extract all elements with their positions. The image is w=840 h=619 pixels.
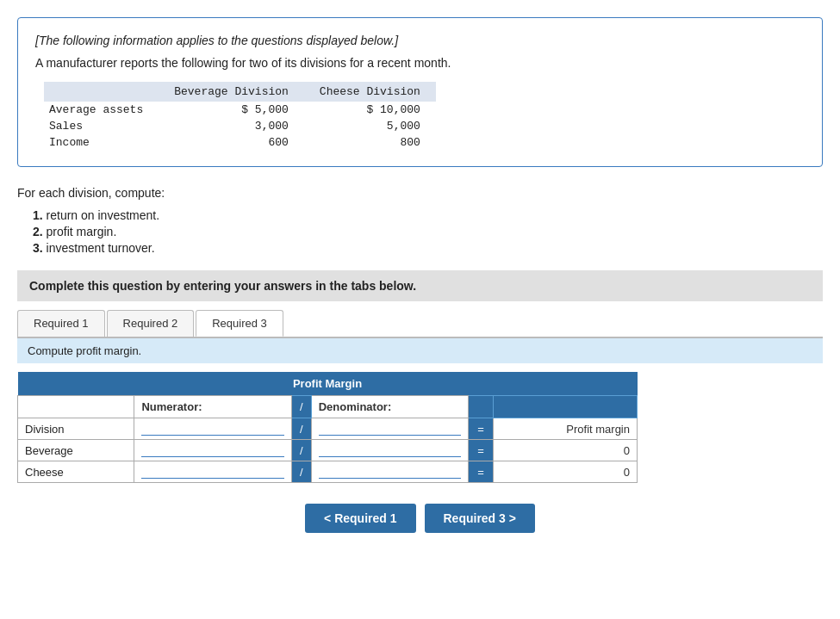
pm-label: Division bbox=[18, 418, 134, 440]
pm-denominator-cell[interactable] bbox=[311, 461, 468, 483]
row-cheese: 800 bbox=[304, 134, 436, 151]
numbered-list: 1. return on investment.2. profit margin… bbox=[33, 208, 823, 255]
pm-eq: = bbox=[469, 418, 494, 440]
pm-col-result-header bbox=[494, 396, 638, 418]
data-table: Beverage Division Cheese Division Averag… bbox=[44, 82, 436, 151]
table-row: Sales 3,000 5,000 bbox=[44, 118, 436, 134]
pm-col-slash: / bbox=[291, 396, 311, 418]
intro-text: [The following information applies to th… bbox=[35, 34, 805, 47]
col-header-cheese: Cheese Division bbox=[304, 82, 436, 102]
list-item: 1. return on investment. bbox=[33, 208, 823, 222]
section-header: Compute profit margin. bbox=[17, 337, 823, 363]
col-header-beverage: Beverage Division bbox=[159, 82, 304, 102]
buttons-row: < Required 1 Required 3 > bbox=[17, 504, 823, 533]
pm-numerator-input[interactable] bbox=[141, 465, 283, 479]
pm-row: Division / = Profit margin bbox=[18, 418, 638, 440]
row-label: Average assets bbox=[44, 102, 159, 118]
info-box: [The following information applies to th… bbox=[17, 17, 823, 167]
pm-denominator-cell[interactable] bbox=[311, 440, 468, 461]
pm-numerator-cell[interactable] bbox=[134, 461, 291, 483]
tab-required-1[interactable]: Required 1 bbox=[17, 310, 105, 337]
list-item: 3. investment turnover. bbox=[33, 241, 823, 255]
pm-slash: / bbox=[291, 418, 311, 440]
row-cheese: 5,000 bbox=[304, 118, 436, 134]
pm-numerator-cell[interactable] bbox=[134, 418, 291, 440]
tabs-container: Required 1Required 2Required 3 bbox=[17, 310, 823, 337]
pm-denominator-input[interactable] bbox=[319, 465, 461, 479]
pm-label: Beverage bbox=[18, 440, 134, 461]
pm-numerator-cell[interactable] bbox=[134, 440, 291, 461]
pm-result: Profit margin bbox=[494, 418, 638, 440]
col-header-empty bbox=[44, 82, 159, 102]
pm-col-label bbox=[18, 396, 134, 418]
pm-table-title: Profit Margin bbox=[18, 372, 638, 396]
pm-eq: = bbox=[469, 461, 494, 483]
pm-denominator-input[interactable] bbox=[319, 443, 461, 457]
pm-row: Beverage / = 0 bbox=[18, 440, 638, 461]
pm-denominator-cell[interactable] bbox=[311, 418, 468, 440]
next-button[interactable]: Required 3 > bbox=[425, 504, 535, 533]
tab-required-3[interactable]: Required 3 bbox=[196, 310, 283, 337]
pm-result: 0 bbox=[494, 461, 638, 483]
tab-required-2[interactable]: Required 2 bbox=[107, 310, 195, 337]
profit-margin-wrapper: Profit Margin Numerator: / Denominator: … bbox=[17, 372, 823, 483]
row-beverage: 3,000 bbox=[159, 118, 304, 134]
row-label: Sales bbox=[44, 118, 159, 134]
pm-col-numerator: Numerator: bbox=[134, 396, 291, 418]
pm-result: 0 bbox=[494, 440, 638, 461]
table-row: Average assets $ 5,000 $ 10,000 bbox=[44, 102, 436, 118]
row-cheese: $ 10,000 bbox=[304, 102, 436, 118]
pm-row: Cheese / = 0 bbox=[18, 461, 638, 483]
table-row: Income 600 800 bbox=[44, 134, 436, 151]
section-header-text: Compute profit margin. bbox=[28, 344, 141, 357]
list-item: 2. profit margin. bbox=[33, 225, 823, 238]
pm-numerator-input[interactable] bbox=[141, 422, 283, 436]
pm-slash: / bbox=[291, 440, 311, 461]
row-label: Income bbox=[44, 134, 159, 151]
complete-bar: Complete this question by entering your … bbox=[17, 270, 823, 301]
pm-numerator-input[interactable] bbox=[141, 443, 283, 457]
pm-col-denominator: Denominator: bbox=[311, 396, 468, 418]
description-text: A manufacturer reports the following for… bbox=[35, 56, 805, 70]
for-each-text: For each division, compute: bbox=[17, 186, 823, 200]
prev-button[interactable]: < Required 1 bbox=[305, 504, 415, 533]
profit-margin-table: Profit Margin Numerator: / Denominator: … bbox=[17, 372, 638, 483]
row-beverage: 600 bbox=[159, 134, 304, 151]
pm-slash: / bbox=[291, 461, 311, 483]
pm-denominator-input[interactable] bbox=[319, 422, 461, 436]
pm-col-eq-header bbox=[469, 396, 494, 418]
pm-eq: = bbox=[469, 440, 494, 461]
complete-bar-text: Complete this question by entering your … bbox=[29, 279, 416, 293]
pm-label: Cheese bbox=[18, 461, 134, 483]
row-beverage: $ 5,000 bbox=[159, 102, 304, 118]
